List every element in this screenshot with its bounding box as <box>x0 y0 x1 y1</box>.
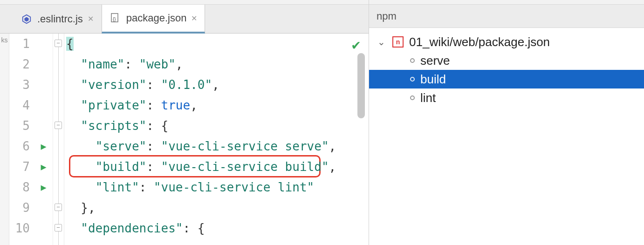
script-label: build <box>420 72 446 87</box>
run-icon[interactable]: ▶ <box>41 136 46 157</box>
top-toolbar-right <box>369 0 644 5</box>
line-number-gutter: 1 2 3 4 5 6 7 8 9 10 <box>9 34 34 245</box>
editor-tabs: .eslintrc.js ✕ {} package.json ✕ <box>0 5 369 34</box>
fold-icon[interactable]: − <box>55 204 62 211</box>
code-editor[interactable]: ks 1 2 3 4 5 6 7 8 9 10 ▶ ▶ ▶ <box>0 34 369 245</box>
npm-script-lint[interactable]: lint <box>369 88 644 107</box>
fold-icon[interactable]: − <box>55 122 62 129</box>
run-gutter: ▶ ▶ ▶ <box>34 34 53 245</box>
npm-script-build[interactable]: build <box>369 70 644 88</box>
fold-icon[interactable]: − <box>55 224 62 231</box>
json-file-icon: {} <box>110 12 122 24</box>
chevron-down-icon: ⌄ <box>377 36 387 48</box>
tab-package-json[interactable]: {} package.json ✕ <box>102 5 206 34</box>
svg-text:{}: {} <box>113 17 116 22</box>
run-icon[interactable]: ▶ <box>41 177 46 197</box>
npm-root-label: 01_wiki/web/package.json <box>409 35 550 49</box>
side-stub: ks <box>0 34 9 245</box>
tab-label: .eslintrc.js <box>37 13 83 25</box>
npm-scripts-tree: ⌄ n 01_wiki/web/package.json serve build… <box>369 28 644 112</box>
close-icon[interactable]: ✕ <box>191 14 197 23</box>
bullet-icon <box>410 58 415 63</box>
npm-panel-title: npm <box>369 5 644 28</box>
tab-label: package.json <box>126 12 187 24</box>
fold-icon[interactable]: − <box>55 40 62 47</box>
close-icon[interactable]: ✕ <box>88 14 94 23</box>
svg-marker-1 <box>24 17 28 21</box>
script-label: lint <box>420 91 436 105</box>
tab-eslintrc[interactable]: .eslintrc.js ✕ <box>13 5 102 33</box>
bullet-icon <box>410 95 415 100</box>
fold-gutter: − − − − <box>53 34 64 245</box>
code-area[interactable]: ✔ { "name": "web", "version": "0.1.0", "… <box>64 34 369 245</box>
top-toolbar <box>0 0 369 5</box>
run-icon[interactable]: ▶ <box>41 157 46 177</box>
npm-script-serve[interactable]: serve <box>369 51 644 70</box>
script-label: serve <box>420 54 450 68</box>
npm-root[interactable]: ⌄ n 01_wiki/web/package.json <box>369 33 644 51</box>
eslint-icon <box>21 13 33 25</box>
bullet-icon <box>410 77 415 82</box>
npm-icon: n <box>392 36 404 48</box>
